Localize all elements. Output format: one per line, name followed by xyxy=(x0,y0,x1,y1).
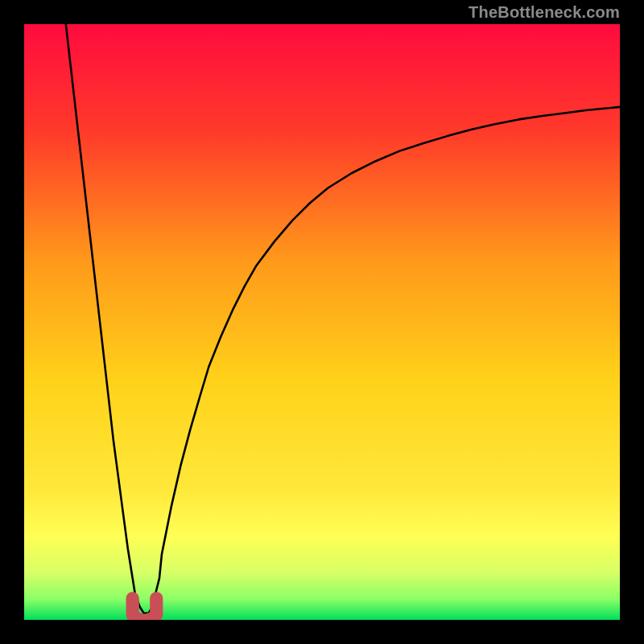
watermark-text: TheBottleneck.com xyxy=(469,3,620,22)
plot-area xyxy=(24,24,620,620)
chart-frame: TheBottleneck.com xyxy=(0,0,644,644)
minimum-marker xyxy=(133,598,157,620)
bottleneck-curve xyxy=(24,24,620,620)
curve-path xyxy=(66,24,620,613)
